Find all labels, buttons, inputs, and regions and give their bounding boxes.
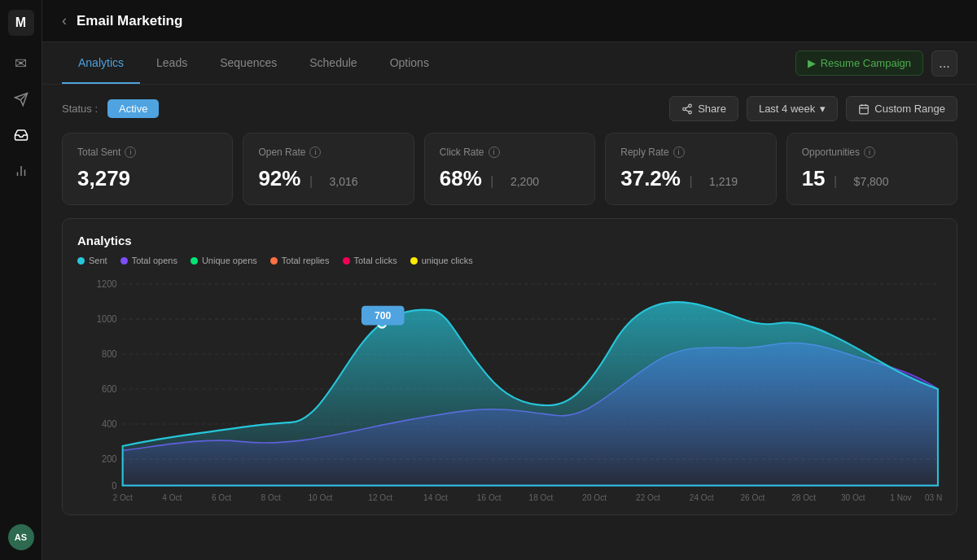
svg-text:24 Oct: 24 Oct [690, 492, 714, 501]
mail-nav-icon[interactable]: ✉ [7, 49, 36, 78]
svg-text:10 Oct: 10 Oct [308, 492, 332, 501]
info-icon-reply: i [673, 147, 685, 158]
tab-analytics[interactable]: Analytics [62, 42, 140, 84]
svg-text:14 Oct: 14 Oct [423, 492, 448, 501]
svg-text:200: 200 [102, 454, 117, 464]
stat-label-reply: Reply Rate i [620, 147, 760, 158]
stat-value-reply: 37.2% | 1,219 [620, 166, 760, 191]
svg-text:4 Oct: 4 Oct [162, 492, 182, 501]
status-label: Status : [62, 103, 98, 115]
svg-text:30 Oct: 30 Oct [841, 492, 865, 501]
svg-text:800: 800 [102, 349, 117, 359]
svg-text:1 Nov: 1 Nov [890, 492, 912, 501]
legend-dot-total-replies [270, 257, 278, 265]
svg-text:6 Oct: 6 Oct [212, 492, 231, 501]
analytics-chart-container: Analytics Sent Total opens Unique opens [62, 218, 957, 515]
stat-card-click-rate: Click Rate i 68% | 2,200 [424, 133, 595, 205]
svg-text:22 Oct: 22 Oct [636, 492, 660, 501]
content-area: Analytics Leads Sequences Schedule Optio… [42, 42, 977, 560]
stat-value-open: 92% | 3,016 [258, 166, 398, 191]
svg-text:12 Oct: 12 Oct [368, 492, 392, 501]
svg-rect-10 [860, 105, 869, 114]
stat-label-sent: Total Sent i [77, 147, 217, 158]
stats-row: Total Sent i 3,279 Open Rate i 92% | 3,0… [42, 133, 977, 205]
legend-unique-clicks: unique clicks [410, 256, 473, 265]
svg-text:2 Oct: 2 Oct [113, 492, 133, 501]
stat-label-opps: Opportunities i [802, 147, 942, 158]
legend-dot-total-opens [120, 257, 128, 265]
stat-card-total-sent: Total Sent i 3,279 [62, 133, 233, 205]
legend-total-clicks: Total clicks [343, 256, 397, 265]
share-button[interactable]: Share [669, 96, 738, 121]
svg-text:18 Oct: 18 Oct [529, 492, 554, 501]
resume-campaign-button[interactable]: ▶ Resume Campaign [795, 50, 923, 76]
legend-total-opens: Total opens [120, 256, 177, 265]
back-button[interactable]: ‹ [62, 12, 67, 29]
chevron-down-icon: ▾ [820, 103, 826, 115]
stat-card-opportunities: Opportunities i 15 | $7,800 [786, 133, 957, 205]
svg-text:600: 600 [102, 384, 117, 394]
status-actions: Share Last 4 week ▾ Custom Range [669, 96, 957, 121]
stat-value-sent: 3,279 [77, 166, 217, 191]
topbar: ‹ Email Marketing [42, 0, 977, 42]
tab-schedule[interactable]: Schedule [293, 42, 373, 84]
svg-text:400: 400 [102, 419, 117, 429]
stat-value-opps: 15 | $7,800 [802, 166, 942, 191]
user-avatar[interactable]: AS [8, 524, 34, 550]
legend-unique-opens: Unique opens [191, 256, 257, 265]
tab-sequences[interactable]: Sequences [204, 42, 293, 84]
tabs-actions: ▶ Resume Campaign ... [795, 50, 957, 77]
more-options-button[interactable]: ... [931, 50, 957, 77]
send-nav-icon[interactable] [7, 85, 36, 114]
date-range-button[interactable]: Last 4 week ▾ [747, 96, 838, 121]
legend-total-replies: Total replies [270, 256, 330, 265]
stat-label-click: Click Rate i [440, 147, 580, 158]
svg-text:1000: 1000 [97, 314, 117, 324]
chart-title: Analytics [77, 234, 942, 247]
stat-value-click: 68% | 2,200 [440, 166, 580, 191]
main-panel: ‹ Email Marketing Analytics Leads Sequen… [42, 0, 977, 560]
svg-text:16 Oct: 16 Oct [477, 492, 502, 501]
svg-text:28 Oct: 28 Oct [791, 492, 816, 501]
svg-point-5 [689, 104, 692, 107]
chart-nav-icon[interactable] [7, 156, 36, 186]
tabs-row: Analytics Leads Sequences Schedule Optio… [42, 42, 977, 85]
svg-text:8 Oct: 8 Oct [261, 492, 281, 501]
status-badge: Active [107, 99, 159, 118]
svg-text:03 Nov: 03 Nov [925, 492, 942, 501]
tab-leads[interactable]: Leads [140, 42, 204, 84]
page-title: Email Marketing [77, 13, 182, 29]
chart-legend: Sent Total opens Unique opens Total repl… [77, 256, 942, 265]
play-icon: ▶ [808, 57, 816, 69]
svg-point-6 [683, 107, 686, 111]
svg-line-8 [686, 109, 689, 111]
status-row: Status : Active Share Last 4 week ▾ [42, 85, 977, 133]
stat-label-open: Open Rate i [258, 147, 398, 158]
svg-text:26 Oct: 26 Oct [740, 492, 765, 501]
stat-card-open-rate: Open Rate i 92% | 3,016 [243, 133, 414, 205]
calendar-icon [858, 103, 870, 115]
svg-text:20 Oct: 20 Oct [582, 492, 607, 501]
sidebar: M ✉ AS [0, 0, 42, 560]
svg-text:700: 700 [375, 310, 391, 322]
legend-sent: Sent [77, 256, 107, 265]
info-icon-sent: i [125, 147, 136, 158]
stat-card-reply-rate: Reply Rate i 37.2% | 1,219 [605, 133, 776, 205]
info-icon-opps: i [864, 147, 875, 158]
analytics-svg-chart: 1200 1000 800 600 400 200 0 700 2 Oct [77, 275, 942, 503]
svg-point-7 [689, 111, 692, 114]
legend-dot-unique-clicks [410, 257, 418, 265]
svg-line-9 [686, 106, 689, 107]
legend-dot-sent [77, 257, 85, 265]
info-icon-open: i [309, 147, 321, 158]
inbox-nav-icon[interactable] [7, 120, 36, 150]
info-icon-click: i [488, 147, 500, 158]
svg-text:0: 0 [112, 480, 116, 490]
svg-text:1200: 1200 [97, 279, 117, 289]
app-logo: M [8, 10, 34, 36]
legend-dot-total-clicks [343, 257, 350, 265]
tab-options[interactable]: Options [374, 42, 445, 84]
custom-range-button[interactable]: Custom Range [846, 96, 957, 121]
share-icon [681, 103, 693, 115]
legend-dot-unique-opens [191, 257, 198, 265]
